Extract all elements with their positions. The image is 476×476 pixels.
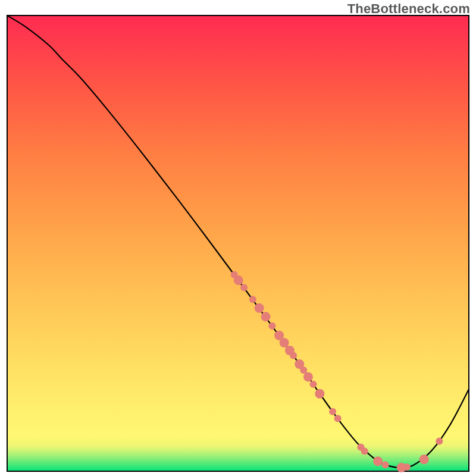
data-point bbox=[419, 455, 429, 464]
data-point bbox=[249, 296, 256, 303]
data-point bbox=[261, 312, 271, 321]
data-point bbox=[373, 456, 383, 466]
data-point bbox=[268, 322, 275, 330]
data-point bbox=[436, 437, 443, 444]
chart-container: TheBottleneck.com bbox=[0, 0, 476, 476]
data-point bbox=[234, 275, 243, 285]
data-point bbox=[329, 408, 336, 415]
chart-background bbox=[7, 15, 469, 471]
data-point bbox=[403, 464, 411, 471]
data-point bbox=[240, 284, 248, 291]
data-point bbox=[309, 381, 317, 388]
bottleneck-chart bbox=[6, 14, 470, 472]
data-point bbox=[361, 447, 368, 455]
data-point bbox=[300, 367, 307, 374]
data-point bbox=[255, 303, 264, 313]
data-point bbox=[303, 372, 313, 381]
data-point bbox=[382, 461, 389, 468]
data-point bbox=[334, 415, 342, 422]
data-point bbox=[290, 352, 297, 359]
data-point bbox=[280, 338, 289, 347]
data-point bbox=[315, 389, 324, 399]
